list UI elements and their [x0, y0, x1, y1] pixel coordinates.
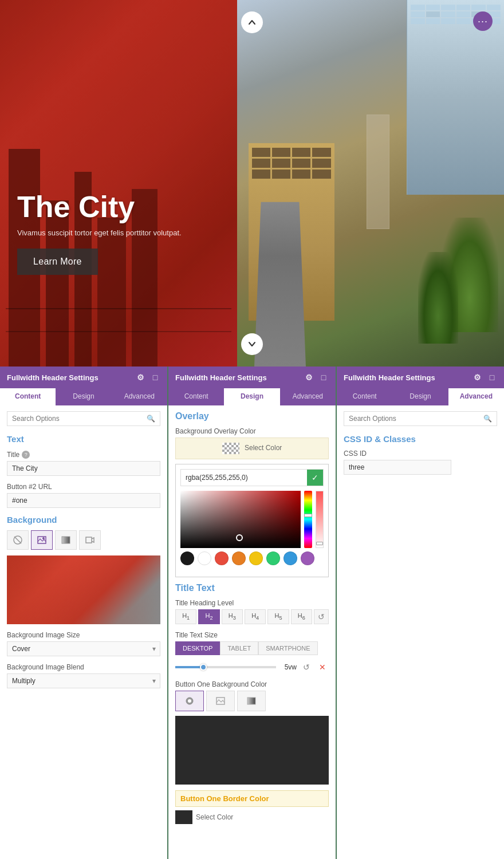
glass-tower: [407, 0, 504, 195]
panel-3: Fullwidth Header Settings ⚙ □ Content De…: [337, 367, 504, 859]
bg-blend-select[interactable]: Multiply Normal Overlay Screen: [7, 673, 160, 688]
heading-h4[interactable]: H4: [245, 609, 266, 624]
btn-border-color-label: Button One Border Color: [175, 790, 329, 807]
swatch-white[interactable]: [198, 551, 211, 565]
btn-color-image-icon[interactable]: [206, 691, 235, 711]
btn-border-color-swatch: [175, 810, 192, 824]
learn-more-button[interactable]: Learn More: [17, 249, 98, 275]
css-section-title: CSS ID & Classes: [344, 434, 497, 444]
title-input[interactable]: [7, 461, 160, 476]
more-options-button[interactable]: ···: [473, 11, 493, 31]
tab-advanced-3[interactable]: Advanced: [448, 388, 504, 405]
alpha-handle[interactable]: [316, 542, 323, 545]
overlay-color-select-row[interactable]: Select Color: [175, 438, 329, 459]
settings-icon-2[interactable]: ⚙: [304, 372, 314, 383]
btn-color-gradient-icon[interactable]: [237, 691, 266, 711]
bg-video-icon[interactable]: [79, 530, 101, 550]
btn-color-solid-icon[interactable]: [175, 691, 204, 711]
gradient-handle[interactable]: [236, 534, 243, 541]
rgba-input-row[interactable]: ✓: [180, 469, 324, 486]
bg-image-icon[interactable]: [31, 530, 53, 550]
hero-right-bg: [237, 0, 504, 367]
rgba-input[interactable]: [181, 471, 307, 484]
swatch-orange[interactable]: [232, 551, 246, 565]
heading-h6[interactable]: H6: [291, 609, 312, 624]
panel-2-tabs: Content Design Advanced: [168, 388, 336, 405]
button2-url-input[interactable]: [7, 493, 160, 508]
bg-gradient-icon[interactable]: [55, 530, 77, 550]
color-gradient-area[interactable]: [180, 491, 301, 548]
hue-slider[interactable]: [304, 491, 312, 548]
tab-content[interactable]: Content: [0, 388, 56, 405]
chevron-down-icon: [247, 340, 257, 349]
panel-1-header-icons: ⚙ □: [135, 372, 160, 383]
panels-container: Fullwidth Header Settings ⚙ □ Content De…: [0, 367, 504, 859]
search-input-3[interactable]: [349, 415, 483, 423]
hero-background: [0, 0, 504, 367]
panel-1-header: Fullwidth Header Settings ⚙ □: [0, 367, 167, 388]
panel-3-title: Fullwidth Header Settings: [344, 373, 435, 382]
text-section-title: Text: [7, 434, 160, 444]
responsive-desktop[interactable]: DESKTOP: [175, 641, 220, 655]
responsive-smartphone[interactable]: SMARTPHONE: [258, 641, 317, 655]
btn-border-select-label: Select Color: [196, 813, 233, 821]
responsive-tablet[interactable]: TABLET: [220, 641, 258, 655]
tab-design-2[interactable]: Design: [224, 388, 279, 405]
minimize-icon-2[interactable]: □: [318, 372, 329, 383]
color-swatches: [180, 551, 324, 565]
size-clear-button[interactable]: ✕: [316, 661, 329, 673]
size-reset-button[interactable]: ↺: [300, 661, 313, 673]
bg-size-label: Background Image Size: [7, 631, 160, 639]
title-text-section-title: Title Text: [175, 583, 329, 593]
settings-icon-3[interactable]: ⚙: [472, 372, 482, 383]
panel-2-title: Fullwidth Header Settings: [175, 373, 267, 382]
title-help-icon[interactable]: ?: [22, 451, 30, 459]
tab-content-2[interactable]: Content: [168, 388, 224, 405]
tab-advanced-2[interactable]: Advanced: [280, 388, 336, 405]
title-text-size-label: Title Text Size: [175, 631, 329, 639]
swatch-red[interactable]: [215, 551, 229, 565]
svg-rect-5: [86, 537, 92, 543]
hue-handle[interactable]: [304, 514, 312, 517]
swatch-green[interactable]: [266, 551, 280, 565]
bg-none-icon[interactable]: [7, 530, 29, 550]
alpha-slider[interactable]: [316, 491, 324, 548]
tab-design[interactable]: Design: [56, 388, 111, 405]
responsive-tabs: DESKTOP TABLET SMARTPHONE: [175, 641, 329, 655]
bg-blend-label: Background Image Blend: [7, 663, 160, 671]
settings-icon[interactable]: ⚙: [135, 372, 145, 383]
swatch-yellow[interactable]: [249, 551, 263, 565]
tab-design-3[interactable]: Design: [392, 388, 448, 405]
btn-one-bg-color-label: Button One Background Color: [175, 680, 329, 688]
search-input-1[interactable]: [12, 415, 147, 423]
rgba-confirm-button[interactable]: ✓: [307, 470, 323, 486]
heading-h5[interactable]: H5: [267, 609, 289, 624]
swatch-black[interactable]: [180, 551, 194, 565]
heading-reset-button[interactable]: ↺: [314, 609, 329, 624]
btn-color-type-icons: [175, 691, 329, 711]
heading-h1[interactable]: H1: [175, 609, 196, 624]
bg-blend-select-wrapper: Multiply Normal Overlay Screen: [7, 673, 160, 688]
checker-icon: [222, 443, 239, 454]
background-section-title: Background: [7, 515, 160, 525]
size-value: 5vw: [279, 663, 297, 671]
minimize-icon-3[interactable]: □: [487, 372, 497, 383]
swatch-blue[interactable]: [284, 551, 297, 565]
tab-advanced[interactable]: Advanced: [112, 388, 167, 405]
heading-h2[interactable]: H2: [198, 609, 219, 624]
panel-2-header-icons: ⚙ □: [304, 372, 329, 383]
scroll-down-button[interactable]: [241, 333, 263, 355]
bg-size-select[interactable]: Cover Contain Auto: [7, 641, 160, 656]
size-slider[interactable]: [175, 666, 276, 668]
css-id-input[interactable]: [344, 460, 451, 475]
search-bar-1[interactable]: 🔍: [7, 411, 160, 426]
size-slider-handle[interactable]: [200, 664, 207, 671]
minimize-icon[interactable]: □: [150, 372, 160, 383]
heading-h3[interactable]: H3: [222, 609, 243, 624]
tab-content-3[interactable]: Content: [337, 388, 392, 405]
size-input-row: 5vw ↺ ✕: [175, 661, 329, 673]
swatch-purple[interactable]: [301, 551, 314, 565]
bg-type-icons: [7, 530, 160, 550]
search-bar-3[interactable]: 🔍: [344, 411, 497, 426]
scroll-up-button[interactable]: [241, 11, 263, 33]
